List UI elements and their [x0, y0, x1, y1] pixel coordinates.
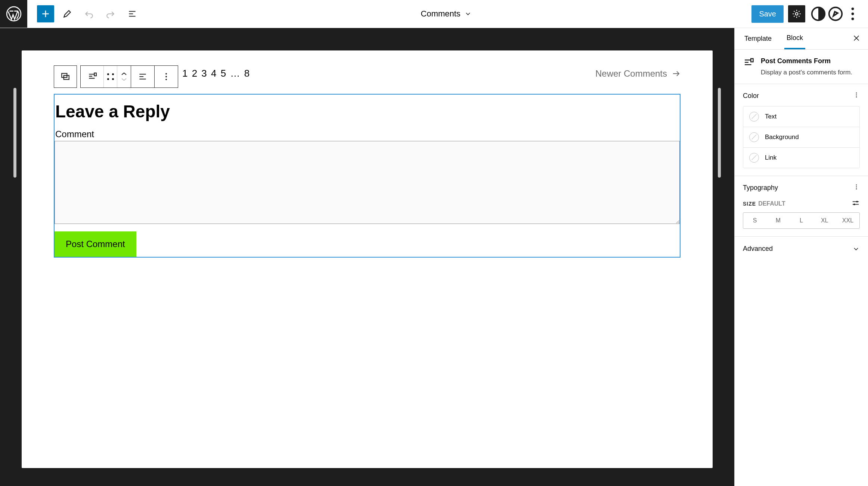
block-toolbar-transform-group: [80, 65, 131, 88]
undo-button[interactable]: [80, 5, 97, 22]
comments-pagination-numbers[interactable]: 1 2 3 4 5 … 8: [182, 68, 250, 79]
color-list: Text Background Link: [743, 106, 860, 168]
svg-rect-9: [94, 73, 96, 76]
chevron-down-icon: [852, 245, 860, 253]
drag-icon: [106, 72, 115, 81]
svg-point-23: [856, 188, 857, 190]
svg-point-15: [165, 76, 167, 77]
block-info-section: Post Comments Form Display a post's comm…: [735, 50, 868, 84]
svg-point-22: [856, 187, 857, 188]
typography-panel-options[interactable]: [853, 184, 860, 192]
block-toolbar-align-group: [131, 65, 155, 88]
add-block-button[interactable]: [37, 5, 54, 22]
kebab-icon: [853, 184, 860, 190]
align-icon: [138, 72, 148, 81]
plus-icon: [41, 9, 50, 19]
size-label: SIZE: [743, 201, 756, 207]
reply-heading: Leave a Reply: [55, 95, 680, 124]
svg-point-24: [856, 201, 858, 202]
svg-point-16: [165, 79, 167, 80]
svg-point-6: [852, 18, 854, 20]
svg-point-12: [107, 78, 109, 80]
swatch-empty-icon: [749, 153, 759, 163]
wordpress-logo[interactable]: [0, 0, 27, 28]
size-xl[interactable]: XL: [813, 213, 836, 228]
comment-textarea[interactable]: [55, 141, 680, 224]
color-row-label: Background: [765, 133, 799, 141]
wordpress-icon: [6, 6, 22, 22]
resize-handle-left[interactable]: [13, 88, 16, 178]
gear-icon: [792, 9, 802, 19]
block-more-button[interactable]: [155, 66, 178, 87]
chevron-down-icon: [464, 10, 472, 18]
resize-handle-right[interactable]: [718, 88, 721, 178]
color-row-label: Link: [765, 154, 776, 162]
sliders-icon: [852, 199, 860, 207]
svg-point-1: [796, 13, 798, 15]
edit-tool-button[interactable]: [59, 5, 76, 22]
swatch-empty-icon: [749, 112, 759, 122]
advanced-label: Advanced: [743, 245, 773, 253]
styles-button[interactable]: [810, 5, 827, 22]
redo-button[interactable]: [102, 5, 119, 22]
post-comments-form-icon: [743, 57, 754, 68]
color-row-background[interactable]: Background: [743, 127, 859, 148]
svg-point-19: [856, 95, 857, 96]
svg-point-11: [112, 73, 114, 75]
block-toolbar-more-group: [154, 65, 178, 88]
more-options-button[interactable]: [844, 5, 861, 22]
size-custom-toggle[interactable]: [852, 199, 860, 209]
close-sidebar-button[interactable]: [852, 34, 861, 44]
document-title[interactable]: Comments: [141, 0, 751, 28]
size-m[interactable]: M: [766, 213, 790, 228]
color-panel-options[interactable]: [853, 92, 860, 100]
svg-point-14: [165, 73, 167, 74]
arrow-right-icon: [672, 69, 681, 78]
tab-block[interactable]: Block: [784, 28, 805, 49]
svg-point-13: [112, 78, 114, 80]
chevron-up-icon: [120, 71, 128, 77]
post-comments-form-block[interactable]: Leave a Reply Comment Post Comment: [54, 94, 681, 258]
contrast-icon: [810, 5, 827, 22]
settings-button[interactable]: [788, 5, 805, 22]
redo-icon: [106, 9, 115, 19]
topbar-right-tools: Save: [751, 0, 868, 28]
align-button[interactable]: [131, 66, 154, 87]
size-default-label: DEFAULT: [758, 200, 785, 207]
tab-template[interactable]: Template: [742, 28, 774, 49]
pencil-icon: [62, 9, 72, 19]
svg-point-10: [107, 73, 109, 75]
size-l[interactable]: L: [790, 213, 813, 228]
kebab-icon: [853, 92, 860, 98]
block-type-button[interactable]: [81, 66, 104, 87]
color-row-text[interactable]: Text: [743, 107, 859, 127]
comment-field-label: Comment: [55, 124, 680, 141]
document-title-text: Comments: [421, 9, 461, 19]
color-row-link[interactable]: Link: [743, 148, 859, 168]
svg-rect-17: [751, 59, 753, 62]
color-row-label: Text: [765, 113, 776, 120]
size-xxl[interactable]: XXL: [836, 213, 859, 228]
newer-comments-label: Newer Comments: [595, 68, 667, 79]
list-view-icon: [127, 9, 137, 19]
comments-block-icon: [61, 72, 70, 81]
size-s[interactable]: S: [743, 213, 766, 228]
advanced-panel-toggle[interactable]: Advanced: [735, 237, 868, 261]
swatch-empty-icon: [749, 132, 759, 142]
view-button[interactable]: [827, 5, 844, 22]
block-toolbar-parent-group: [54, 65, 77, 88]
chevron-down-icon: [120, 77, 128, 82]
top-toolbar: Comments Save: [0, 0, 868, 28]
svg-point-25: [853, 203, 855, 205]
close-icon: [852, 34, 861, 42]
save-button[interactable]: Save: [751, 5, 784, 23]
block-mover[interactable]: [117, 66, 131, 87]
list-view-button[interactable]: [124, 5, 141, 22]
drag-handle[interactable]: [104, 66, 117, 87]
comments-pagination-next[interactable]: Newer Comments: [595, 68, 681, 79]
svg-point-5: [852, 13, 854, 15]
settings-sidebar: Template Block Post Comments Form Displa…: [734, 28, 868, 486]
post-comment-button[interactable]: Post Comment: [55, 231, 136, 257]
select-parent-button[interactable]: [54, 66, 77, 87]
editor-canvas[interactable]: 1 2 3 4 5 … 8 Newer Comments Leave a Rep…: [22, 50, 713, 468]
